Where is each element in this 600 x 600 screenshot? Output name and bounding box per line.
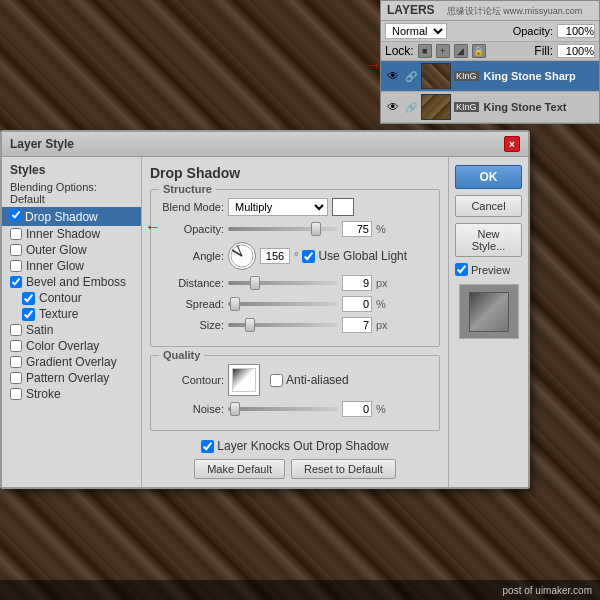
layer-item-2[interactable]: 👁 🔗 KInG King Stone Text (381, 92, 599, 123)
opacity-input-field[interactable] (342, 221, 372, 237)
checkbox-texture[interactable] (22, 308, 35, 321)
checkbox-bevel-emboss[interactable] (10, 276, 22, 288)
angle-deg-symbol: ° (294, 250, 298, 262)
angle-input-field[interactable] (260, 248, 290, 264)
lock-paint-icon[interactable]: ◢ (454, 44, 468, 58)
opacity-input[interactable] (557, 24, 595, 38)
status-text: post of uimaker.com (503, 585, 592, 596)
size-slider[interactable] (228, 323, 338, 327)
lock-label: Lock: (385, 44, 414, 58)
link-icon-2: 🔗 (404, 100, 418, 114)
styles-item-stroke[interactable]: Stroke (2, 386, 141, 402)
checkbox-outer-glow[interactable] (10, 244, 22, 256)
opacity-slider[interactable] (228, 227, 338, 231)
noise-input[interactable] (342, 401, 372, 417)
styles-item-color-overlay[interactable]: Color Overlay (2, 338, 141, 354)
ok-button[interactable]: OK (455, 165, 522, 189)
blend-mode-label: Blend Mode: (159, 201, 224, 213)
angle-dial[interactable] (228, 242, 256, 270)
checkbox-pattern-overlay[interactable] (10, 372, 22, 384)
layer-thumb-1 (421, 63, 451, 89)
opacity-form-label: Opacity: (159, 223, 224, 235)
contour-row: Contour: Anti-aliased (159, 364, 431, 396)
styles-item-texture[interactable]: Texture (2, 306, 141, 322)
checkbox-inner-shadow[interactable] (10, 228, 22, 240)
right-buttons-panel: OK Cancel New Style... Preview (448, 157, 528, 487)
size-label: Size: (159, 319, 224, 331)
styles-item-gradient-overlay[interactable]: Gradient Overlay (2, 354, 141, 370)
checkbox-color-overlay[interactable] (10, 340, 22, 352)
noise-slider[interactable] (228, 407, 338, 411)
blend-color-swatch[interactable] (332, 198, 354, 216)
fill-input[interactable] (557, 44, 595, 58)
eye-icon-2[interactable]: 👁 (385, 99, 401, 115)
styles-blending-options[interactable]: Blending Options: Default (2, 179, 141, 207)
distance-input[interactable] (342, 275, 372, 291)
status-bar: post of uimaker.com (0, 580, 600, 600)
styles-item-pattern-overlay[interactable]: Pattern Overlay (2, 370, 141, 386)
checkbox-stroke[interactable] (10, 388, 22, 400)
lock-all-icon[interactable]: 🔒 (472, 44, 486, 58)
spread-input[interactable] (342, 296, 372, 312)
size-input[interactable] (342, 317, 372, 333)
lock-checkerboard-icon[interactable]: ■ (418, 44, 432, 58)
layer-abbreviation-2: KInG (454, 102, 479, 112)
blend-mode-dropdown[interactable]: Multiply (228, 198, 328, 216)
red-arrow-layer: → (364, 55, 382, 76)
noise-label: Noise: (159, 403, 224, 415)
layers-normal-row: Normal Opacity: (381, 21, 599, 42)
styles-item-bevel-emboss[interactable]: Bevel and Emboss (2, 274, 141, 290)
cancel-button[interactable]: Cancel (455, 195, 522, 217)
use-global-light-checkbox[interactable] (302, 250, 315, 263)
styles-item-drop-shadow[interactable]: Drop Shadow (2, 207, 141, 226)
styles-item-contour[interactable]: Contour (2, 290, 141, 306)
make-default-button[interactable]: Make Default (194, 459, 285, 479)
angle-row: Angle: ° Use Global Light (159, 242, 431, 270)
anti-aliased-checkbox[interactable] (270, 374, 283, 387)
styles-item-inner-glow[interactable]: Inner Glow (2, 258, 141, 274)
blend-mode-select[interactable]: Normal (385, 23, 447, 39)
fill-label: Fill: (534, 44, 553, 58)
size-row: Size: px (159, 317, 431, 333)
anti-aliased-label[interactable]: Anti-aliased (270, 373, 349, 387)
noise-slider-thumb[interactable] (230, 402, 240, 416)
styles-item-satin[interactable]: Satin (2, 322, 141, 338)
checkbox-inner-glow[interactable] (10, 260, 22, 272)
distance-slider[interactable] (228, 281, 338, 285)
spread-slider[interactable] (228, 302, 338, 306)
layer-item-1[interactable]: 👁 🔗 KInG King Stone Sharp (381, 61, 599, 92)
size-slider-thumb[interactable] (245, 318, 255, 332)
layer-name-2: King Stone Text (484, 101, 567, 113)
layers-panel-header: LAYERS 思缘设计论坛 www.missyuan.com (381, 1, 599, 21)
spread-label: Spread: (159, 298, 224, 310)
opacity-slider-thumb[interactable] (311, 222, 321, 236)
link-icon-1: 🔗 (404, 69, 418, 83)
checkbox-contour[interactable] (22, 292, 35, 305)
opacity-label: Opacity: (513, 25, 553, 37)
checkbox-drop-shadow[interactable] (10, 209, 22, 221)
layer-name-1: King Stone Sharp (484, 70, 576, 82)
spread-slider-thumb[interactable] (230, 297, 240, 311)
checkbox-satin[interactable] (10, 324, 22, 336)
layer-knocks-checkbox[interactable] (201, 440, 214, 453)
lock-move-icon[interactable]: + (436, 44, 450, 58)
contour-preview[interactable] (228, 364, 260, 396)
quality-group: Quality Contour: Anti-aliased Noise: (150, 355, 440, 431)
styles-item-inner-shadow[interactable]: Inner Shadow (2, 226, 141, 242)
preview-checkbox[interactable] (455, 263, 468, 276)
layer-knocks-row[interactable]: Layer Knocks Out Drop Shadow (150, 439, 440, 453)
size-unit: px (376, 319, 388, 331)
reset-to-default-button[interactable]: Reset to Default (291, 459, 396, 479)
layers-title: LAYERS (387, 3, 435, 17)
preview-checkbox-row[interactable]: Preview (455, 263, 522, 276)
drop-shadow-title: Drop Shadow (150, 165, 440, 181)
styles-item-outer-glow[interactable]: Outer Glow (2, 242, 141, 258)
new-style-button[interactable]: New Style... (455, 223, 522, 257)
red-arrow-drop-shadow: ← (145, 218, 161, 236)
eye-icon-1[interactable]: 👁 (385, 68, 401, 84)
blend-mode-row: Blend Mode: Multiply (159, 198, 431, 216)
distance-slider-thumb[interactable] (250, 276, 260, 290)
checkbox-gradient-overlay[interactable] (10, 356, 22, 368)
use-global-light-label[interactable]: Use Global Light (302, 249, 407, 263)
dialog-close-button[interactable]: × (504, 136, 520, 152)
